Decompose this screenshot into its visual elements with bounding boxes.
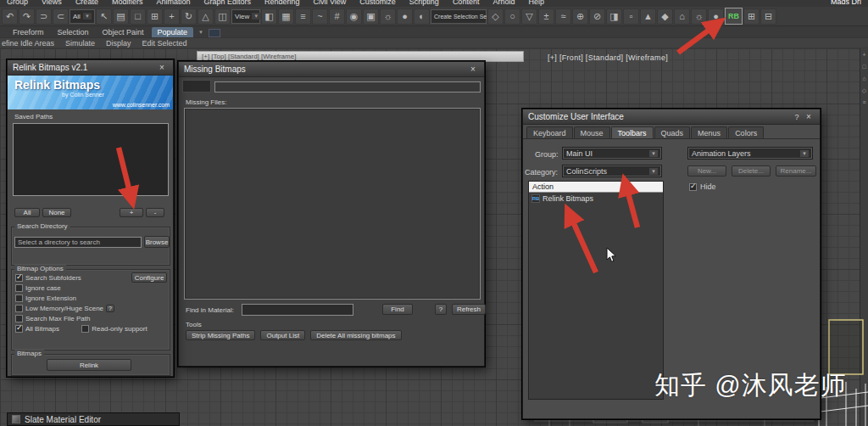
teapot-render-icon[interactable]: ● [708, 8, 724, 25]
search-directory-input[interactable]: Select a directory to search [14, 237, 142, 248]
customize-tab[interactable]: Mouse [574, 126, 610, 138]
redo-icon[interactable]: ↷ [19, 8, 35, 25]
spacing-icon[interactable]: ± [538, 8, 554, 25]
align-icon[interactable]: ◧ [261, 8, 277, 25]
customize-tab[interactable]: Keyboard [526, 126, 573, 138]
list-icon[interactable]: ≡ [862, 99, 865, 106]
none-paths-button[interactable]: None [42, 208, 71, 217]
checkbox-icon[interactable] [81, 325, 89, 333]
normal-align-icon[interactable]: ▽ [521, 8, 537, 25]
home-icon[interactable]: ⌂ [862, 76, 865, 82]
ribbon-tab[interactable]: Object Paint [97, 27, 150, 37]
help-icon[interactable]: ? [791, 113, 803, 121]
tool-button[interactable]: Strip Missing Paths [186, 330, 255, 340]
schematic-view-icon[interactable]: # [329, 8, 345, 25]
help-button[interactable]: ? [106, 305, 114, 312]
add-path-button[interactable]: + [120, 208, 143, 217]
category-dropdown[interactable]: ColinScripts ▼ [562, 165, 662, 177]
help-button[interactable]: ? [435, 304, 447, 315]
rendered-frame-icon[interactable]: ☼ [380, 8, 396, 25]
close-icon[interactable]: × [156, 63, 168, 72]
hide-checkbox-icon[interactable] [689, 183, 697, 191]
delete-button[interactable]: Delete... [732, 165, 771, 177]
array-icon[interactable]: ◇ [487, 8, 504, 25]
saved-paths-list[interactable] [13, 123, 169, 196]
menu-item[interactable]: Rendering [264, 0, 300, 7]
checkbox-icon[interactable] [15, 274, 23, 282]
window-crossing-icon[interactable]: ⊞ [147, 8, 163, 25]
shading-icon[interactable]: ◐ [414, 8, 430, 25]
panel-layout-icon[interactable]: ⊟ [760, 8, 776, 25]
checkbox-icon[interactable] [15, 305, 23, 312]
menu-item[interactable]: Arnold [492, 0, 515, 7]
ribbon-panel-button[interactable]: Edit Selected [142, 39, 187, 48]
group-dropdown[interactable]: Main UI ▼ [562, 147, 662, 160]
browse-button[interactable]: Browse [144, 236, 170, 248]
slate-material-editor-bar[interactable]: Slate Material Editor [7, 412, 180, 426]
menu-item[interactable]: Content [453, 0, 480, 7]
gem-icon[interactable]: ◆ [657, 8, 673, 25]
menu-item[interactable]: Customize [359, 0, 396, 7]
user-label[interactable]: Mads Dri [831, 0, 861, 7]
missing-titlebar[interactable]: Missing Bitmaps × [179, 62, 484, 77]
missing-files-list[interactable] [184, 108, 481, 300]
light-icon[interactable]: ☼ [691, 8, 707, 25]
menu-item[interactable]: Help [528, 0, 544, 7]
ribbon-tab[interactable]: Selection [52, 27, 95, 37]
action-list-item[interactable]: RB Relink Bitmaps [529, 193, 663, 204]
menu-item[interactable]: Modifiers [112, 0, 143, 7]
menu-item[interactable]: Group [7, 0, 28, 7]
banner-url[interactable]: www.colinsenner.com [113, 102, 170, 108]
grid-layout-icon[interactable]: ⊞ [743, 8, 760, 25]
selection-region-icon[interactable]: □ [130, 8, 146, 25]
checkbox-icon[interactable] [15, 315, 23, 322]
action-list-header[interactable]: Action [529, 182, 663, 193]
add-mode-icon[interactable]: ⊕ [572, 8, 588, 25]
ribbon-panel-button[interactable]: Simulate [65, 39, 95, 48]
new-button[interactable]: New... [687, 165, 726, 177]
move-icon[interactable]: + [164, 8, 180, 25]
selection-filter-dropdown[interactable]: All ▼ [70, 9, 95, 24]
scale-icon[interactable]: △ [198, 8, 214, 25]
toolbar-select-dropdown[interactable]: Animation Layers ▼ [687, 147, 813, 160]
rotate-icon[interactable]: ↻ [181, 8, 197, 25]
select-by-name-icon[interactable]: ▤ [113, 8, 129, 25]
refresh-button[interactable]: Refresh [452, 304, 486, 315]
ribbon-minimize-icon[interactable]: ▼ [195, 27, 207, 37]
diamond-icon[interactable]: ◇ [862, 87, 866, 94]
customize-tab[interactable]: Menus [691, 126, 727, 138]
remove-path-button[interactable]: - [146, 208, 164, 217]
customize-tab[interactable]: Toolbars [611, 126, 654, 138]
path-field[interactable] [214, 81, 481, 92]
toolbars-icon[interactable]: ≡ [295, 8, 311, 25]
render-production-icon[interactable]: ● [397, 8, 413, 25]
menu-item[interactable]: Scripting [409, 0, 439, 7]
close-icon[interactable]: × [467, 64, 479, 74]
curve-editor-icon[interactable]: ~ [312, 8, 328, 25]
relink-button[interactable]: Relink [47, 359, 131, 371]
relink-bitmaps-toolbar-button[interactable]: RB [725, 8, 743, 25]
unlink-icon[interactable]: ⊂ [53, 8, 69, 25]
menu-item[interactable]: Graph Editors [203, 0, 251, 7]
find-button[interactable]: Find [382, 304, 413, 315]
paths-toggle[interactable] [182, 80, 211, 92]
circle-select-icon[interactable]: ○ [504, 8, 520, 25]
checkbox-icon[interactable] [15, 325, 23, 333]
pivot-icon[interactable]: ▲ [640, 8, 656, 25]
checkbox-icon[interactable] [15, 294, 23, 302]
menu-item[interactable]: Create [75, 0, 98, 7]
create-selection-set-dropdown[interactable]: Create Selection Se ▼ [431, 9, 487, 24]
action-list[interactable]: Action RB Relink Bitmaps [528, 181, 664, 400]
configure-button[interactable]: Configure [131, 272, 167, 283]
ribbon-tab[interactable]: Freeform [7, 27, 50, 37]
find-in-material-input[interactable] [242, 304, 353, 316]
ribbon-panel-button[interactable]: Display [106, 39, 131, 48]
tool-button[interactable]: Delete All missing bitmaps [310, 330, 401, 340]
relink-titlebar[interactable]: Relink Bitmaps v2.1 × [8, 60, 173, 76]
reference-coordsys-dropdown[interactable]: View ▼ [231, 9, 260, 24]
menu-item[interactable]: Animation [156, 0, 190, 7]
tool-button[interactable]: Output List [260, 330, 305, 340]
select-object-icon[interactable]: ↖ [96, 8, 112, 25]
front-viewport-label[interactable]: [+] [Front] [Standard] [Wireframe] [548, 53, 668, 62]
layer-explorer-icon[interactable]: ▦ [278, 8, 294, 25]
